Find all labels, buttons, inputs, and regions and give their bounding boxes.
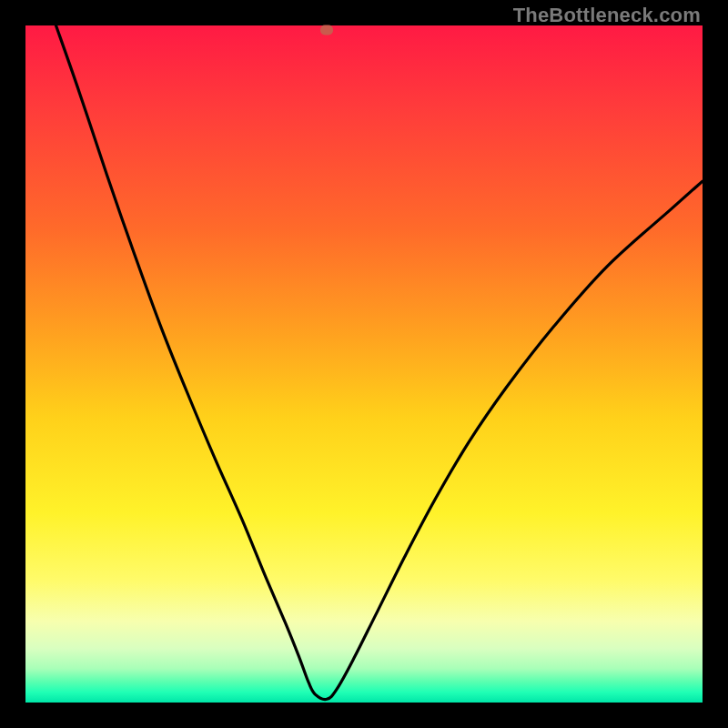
watermark-text: TheBottleneck.com bbox=[513, 4, 701, 27]
plot-area bbox=[25, 25, 703, 703]
chart-frame: TheBottleneck.com bbox=[0, 0, 728, 728]
bottleneck-curve bbox=[25, 25, 703, 703]
min-marker bbox=[320, 25, 333, 35]
curve-path bbox=[56, 25, 703, 700]
